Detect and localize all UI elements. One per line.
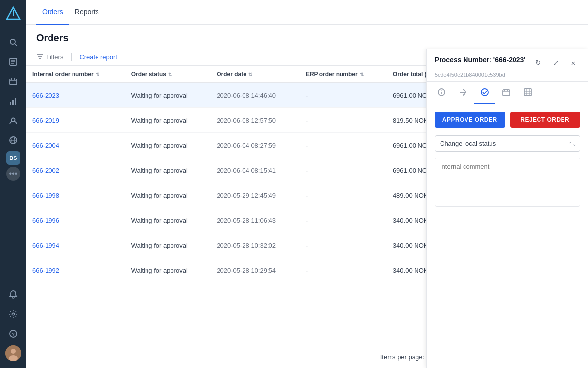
sort-icon-status: ⇅ [168, 72, 172, 77]
cell-date: 2020-05-28 11:06:43 [211, 208, 300, 233]
panel-tabs [427, 82, 588, 104]
svg-point-31 [481, 89, 488, 96]
sidebar-icon-bell[interactable] [4, 286, 22, 303]
sidebar-icon-gear[interactable] [4, 305, 22, 323]
panel-close-button[interactable]: × [566, 56, 580, 70]
detail-panel: Process Number: '666-2023' ↻ ⤢ × 5ede4f5… [426, 49, 588, 368]
internal-comment-textarea[interactable] [435, 158, 580, 207]
reject-order-button[interactable]: REJECT ORDER [510, 112, 581, 128]
approve-reject-row: APPROVE ORDER REJECT ORDER [435, 112, 580, 128]
cell-erp: - [300, 158, 387, 183]
cell-date: 2020-06-08 12:57:50 [211, 108, 300, 133]
cell-status: Waiting for approval [125, 208, 211, 233]
svg-line-3 [15, 44, 17, 46]
cell-status: Waiting for approval [125, 258, 211, 283]
sidebar-more-button[interactable]: ••• [6, 167, 20, 181]
sort-icon-date: ⇅ [248, 72, 252, 77]
sidebar-icon-users[interactable] [4, 112, 22, 130]
cell-order-num: 666-2004 [26, 133, 125, 158]
sidebar-icon-calendar[interactable] [4, 73, 22, 90]
change-local-status-select[interactable]: Change local status [435, 135, 580, 152]
svg-rect-8 [10, 79, 17, 85]
cell-erp: - [300, 83, 387, 108]
page-title: Orders [36, 32, 578, 44]
cell-erp: - [300, 108, 387, 133]
svg-rect-13 [12, 100, 14, 105]
panel-tab-check[interactable] [474, 82, 495, 104]
panel-refresh-button[interactable]: ↻ [531, 56, 545, 70]
col-order-status: Order status ⇅ [125, 66, 211, 83]
svg-rect-36 [524, 89, 531, 96]
panel-actions: ↻ ⤢ × [531, 56, 580, 70]
panel-body: APPROVE ORDER REJECT ORDER Change local … [427, 104, 588, 368]
panel-tab-share[interactable] [452, 82, 474, 104]
filter-icon [36, 53, 43, 60]
page-area: Orders Filters Create report 0 selected … [26, 25, 588, 368]
panel-tab-table[interactable] [517, 82, 539, 104]
svg-point-19 [12, 313, 15, 315]
sort-icon-erp: ⇅ [360, 72, 364, 77]
app-logo[interactable] [4, 5, 22, 23]
panel-header: Process Number: '666-2023' ↻ ⤢ × 5ede4f5… [427, 49, 588, 82]
panel-expand-button[interactable]: ⤢ [549, 56, 563, 70]
panel-title: Process Number: '666-2023' [435, 56, 531, 64]
cell-erp: - [300, 258, 387, 283]
cell-date: 2020-05-29 12:45:49 [211, 183, 300, 208]
svg-text:?: ? [12, 332, 15, 337]
cell-status: Waiting for approval [125, 83, 211, 108]
cell-order-num: 666-1998 [26, 183, 125, 208]
cell-order-num: 666-2023 [26, 83, 125, 108]
sidebar: BS ••• ? [0, 0, 26, 368]
cell-date: 2020-05-28 10:32:02 [211, 233, 300, 258]
cell-erp: - [300, 133, 387, 158]
cell-order-num: 666-1992 [26, 258, 125, 283]
top-nav: Orders Reports [26, 0, 588, 25]
panel-tab-info[interactable] [431, 82, 452, 104]
svg-point-30 [441, 90, 442, 91]
col-erp: ERP order number ⇅ [300, 66, 387, 83]
nav-reports[interactable]: Reports [69, 0, 105, 25]
cell-status: Waiting for approval [125, 108, 211, 133]
panel-tab-calendar[interactable] [495, 82, 517, 104]
sidebar-icon-chart[interactable] [4, 92, 22, 110]
col-order-num: Internal order number ⇅ [26, 66, 125, 83]
page-header: Orders [26, 25, 588, 49]
cell-status: Waiting for approval [125, 133, 211, 158]
svg-rect-32 [503, 90, 510, 96]
cell-erp: - [300, 208, 387, 233]
toolbar-divider [71, 53, 72, 61]
main-content: Orders Reports Orders Filters Create rep… [26, 0, 588, 368]
cell-status: Waiting for approval [125, 158, 211, 183]
status-select-wrapper: Change local status [435, 135, 580, 152]
svg-rect-14 [15, 98, 16, 105]
svg-rect-12 [10, 102, 11, 105]
sidebar-icon-help[interactable]: ? [4, 325, 22, 342]
nav-orders[interactable]: Orders [36, 0, 69, 25]
sidebar-icon-orders[interactable] [4, 53, 22, 71]
cell-erp: - [300, 233, 387, 258]
svg-point-23 [11, 349, 16, 354]
col-order-date: Order date ⇅ [211, 66, 300, 83]
approve-order-button[interactable]: APPROVE ORDER [435, 112, 505, 128]
sidebar-icon-search[interactable] [4, 33, 22, 51]
sort-icon-order-num: ⇅ [96, 72, 99, 77]
user-avatar[interactable] [5, 345, 21, 361]
svg-point-24 [9, 355, 18, 361]
sidebar-badge-bs[interactable]: BS [6, 151, 20, 165]
cell-order-num: 666-2002 [26, 158, 125, 183]
panel-subtitle: 5ede4f50e21b840001e539bd [435, 72, 580, 78]
cell-order-num: 666-2019 [26, 108, 125, 133]
cell-date: 2020-05-28 10:29:54 [211, 258, 300, 283]
status-select-row: Change local status [435, 135, 580, 152]
cell-date: 2020-06-04 08:27:59 [211, 133, 300, 158]
cell-date: 2020-06-04 08:15:41 [211, 158, 300, 183]
create-report-button[interactable]: Create report [79, 53, 117, 61]
cell-date: 2020-06-08 14:46:40 [211, 83, 300, 108]
sidebar-icon-globe[interactable] [4, 131, 22, 149]
cell-order-num: 666-1994 [26, 233, 125, 258]
cell-status: Waiting for approval [125, 183, 211, 208]
cell-status: Waiting for approval [125, 233, 211, 258]
cell-order-num: 666-1996 [26, 208, 125, 233]
filter-button[interactable]: Filters [36, 53, 63, 61]
cell-erp: - [300, 183, 387, 208]
